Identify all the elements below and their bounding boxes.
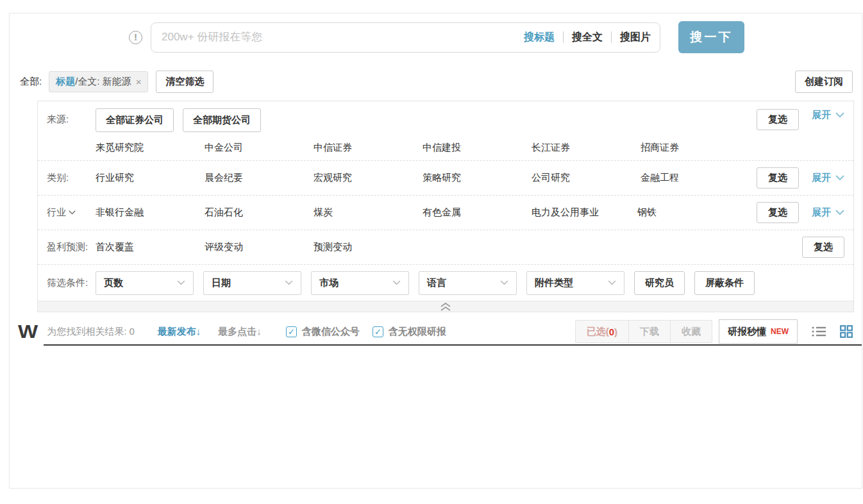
source-row-actions: 复选 展开: [757, 109, 844, 154]
chevron-down-icon: [285, 280, 293, 285]
search-mode-fulltext[interactable]: 搜全文: [572, 31, 603, 44]
search-mode-title[interactable]: 搜标题: [524, 31, 555, 44]
wechat-checkbox-wrap[interactable]: ✓ 含微信公众号: [286, 326, 360, 338]
chevron-down-icon: [392, 280, 401, 285]
source-item[interactable]: 中信证券: [314, 142, 423, 154]
source-item[interactable]: 中金公司: [205, 142, 314, 154]
tag-close-icon[interactable]: ×: [136, 76, 142, 87]
selected-count-value: 0: [609, 326, 614, 337]
favorite-button[interactable]: 收藏: [670, 321, 712, 342]
search-row: ! 搜标题 搜全文 搜图片 搜一下: [129, 21, 862, 53]
check-icon: ✓: [288, 327, 295, 337]
results-divider: [44, 344, 862, 346]
search-mode-image[interactable]: 搜图片: [620, 31, 651, 44]
category-multiselect-button[interactable]: 复选: [757, 167, 799, 189]
research-search-panel: ! 搜标题 搜全文 搜图片 搜一下 全部: 标题 /全文: 新能源 × 清空筛选…: [9, 13, 862, 489]
no-permission-checkbox-wrap[interactable]: ✓ 含无权限研报: [373, 326, 446, 338]
industry-row-actions: 复选 展开: [757, 202, 844, 223]
all-futures-button[interactable]: 全部期货公司: [183, 108, 261, 132]
category-item[interactable]: 策略研究: [423, 172, 532, 184]
all-securities-button[interactable]: 全部证券公司: [96, 108, 174, 132]
industry-multiselect-button[interactable]: 复选: [757, 202, 799, 223]
source-item[interactable]: 招商证券: [641, 142, 750, 154]
industry-item[interactable]: 电力及公用事业: [532, 206, 637, 219]
applied-filters-row: 全部: 标题 /全文: 新能源 × 清空筛选 创建订阅: [20, 71, 853, 93]
sort-newest-link[interactable]: 最新发布↓: [158, 326, 201, 338]
tag-title-toggle[interactable]: 标题: [56, 76, 75, 88]
industry-filter-row: 行业 非银行金融 石油石化 煤炭 有色金属 电力及公用事业 钢铁 复选 展开: [38, 195, 853, 230]
earnings-item[interactable]: 首次覆盖: [96, 241, 205, 253]
earnings-filter-row: 盈利预测: 首次覆盖 评级变动 预测变动 复选: [38, 230, 853, 264]
source-item[interactable]: 来觅研究院: [96, 142, 205, 154]
search-button[interactable]: 搜一下: [678, 21, 744, 53]
industry-item[interactable]: 石油石化: [205, 206, 314, 219]
create-subscription-button[interactable]: 创建订阅: [795, 71, 853, 93]
search-mode-switch: 搜标题 搜全文 搜图片: [524, 31, 651, 44]
category-row-actions: 复选 展开: [757, 167, 844, 189]
category-items: 行业研究 晨会纪要 宏观研究 策略研究 公司研究 金融工程: [96, 172, 757, 184]
mode-separator: [563, 31, 564, 43]
chevron-down-icon: [500, 280, 508, 285]
pages-dropdown[interactable]: 页数: [96, 271, 194, 295]
keyword-filter-tag[interactable]: 标题 /全文: 新能源 ×: [49, 71, 148, 92]
wind-logo: W: [18, 321, 37, 343]
industry-item[interactable]: 非银行金融: [96, 206, 205, 219]
category-item[interactable]: 晨会纪要: [205, 172, 314, 184]
attachment-type-dropdown[interactable]: 附件类型: [526, 271, 624, 295]
earnings-multiselect-button[interactable]: 复选: [802, 237, 844, 258]
source-expand-link[interactable]: 展开: [812, 109, 844, 121]
industry-row-label[interactable]: 行业: [38, 206, 96, 219]
source-item[interactable]: 长江证券: [532, 142, 641, 154]
source-filter-row: 来源: 全部证券公司 全部期货公司 来觅研究院 中金公司 中信证券 中信建投 长…: [38, 101, 853, 160]
tag-text: /全文: 新能源: [75, 76, 131, 88]
sort-most-clicked-link[interactable]: 最多点击↓: [218, 326, 262, 338]
no-permission-checkbox[interactable]: ✓: [373, 326, 383, 337]
industry-expand-link[interactable]: 展开: [812, 206, 844, 219]
search-box: 搜标题 搜全文 搜图片: [151, 22, 660, 53]
category-item[interactable]: 宏观研究: [314, 172, 423, 184]
industry-item[interactable]: 有色金属: [423, 206, 532, 219]
chevron-down-icon: [835, 175, 844, 181]
earnings-row-actions: 复选: [802, 237, 844, 258]
block-conditions-button[interactable]: 屏蔽条件: [694, 271, 755, 295]
source-multiselect-button[interactable]: 复选: [757, 109, 799, 130]
clear-filters-button[interactable]: 清空筛选: [156, 71, 214, 93]
chevron-down-icon: [608, 280, 616, 285]
conditions-row-label: 筛选条件:: [38, 277, 96, 289]
source-row-label: 来源:: [38, 108, 96, 154]
collapse-panel-bar[interactable]: [38, 301, 853, 312]
category-item[interactable]: 公司研究: [532, 172, 641, 184]
category-expand-link[interactable]: 展开: [812, 172, 844, 184]
search-input[interactable]: [162, 31, 524, 44]
selection-action-group: 已选(0) 下载 收藏: [575, 320, 712, 343]
sort-desc-icon: ↓: [196, 326, 201, 337]
grid-view-icon[interactable]: [840, 325, 853, 338]
researcher-button[interactable]: 研究员: [634, 271, 685, 295]
report-quick-read-button[interactable]: 研报秒懂 NEW: [719, 319, 798, 344]
category-item[interactable]: 金融工程: [641, 172, 750, 184]
industry-item[interactable]: 钢铁: [637, 206, 746, 219]
info-icon[interactable]: !: [129, 31, 142, 44]
filter-table: 来源: 全部证券公司 全部期货公司 来觅研究院 中金公司 中信证券 中信建投 长…: [37, 101, 854, 312]
results-count-value: 0: [130, 326, 135, 337]
selected-count-button[interactable]: 已选(0): [576, 321, 628, 342]
industry-item[interactable]: 煤炭: [314, 206, 423, 219]
industry-items: 非银行金融 石油石化 煤炭 有色金属 电力及公用事业 钢铁: [96, 206, 757, 219]
chevron-down-icon: [835, 112, 844, 118]
list-view-icon[interactable]: [812, 326, 826, 337]
earnings-row-label: 盈利预测:: [38, 241, 96, 253]
earnings-item[interactable]: 预测变动: [314, 241, 423, 253]
category-filter-row: 类别: 行业研究 晨会纪要 宏观研究 策略研究 公司研究 金融工程 复选 展开: [38, 160, 853, 195]
language-dropdown[interactable]: 语言: [419, 271, 517, 295]
wechat-checkbox[interactable]: ✓: [286, 326, 297, 337]
mode-separator: [611, 31, 612, 43]
category-item[interactable]: 行业研究: [96, 172, 205, 184]
market-dropdown[interactable]: 市场: [311, 271, 409, 295]
chevron-down-icon: [177, 280, 185, 285]
download-button[interactable]: 下载: [628, 321, 670, 342]
check-icon: ✓: [374, 327, 381, 337]
results-count: 为您找到相关结果: 0: [47, 326, 135, 338]
earnings-item[interactable]: 评级变动: [205, 241, 314, 253]
date-dropdown[interactable]: 日期: [203, 271, 301, 295]
source-item[interactable]: 中信建投: [423, 142, 532, 154]
